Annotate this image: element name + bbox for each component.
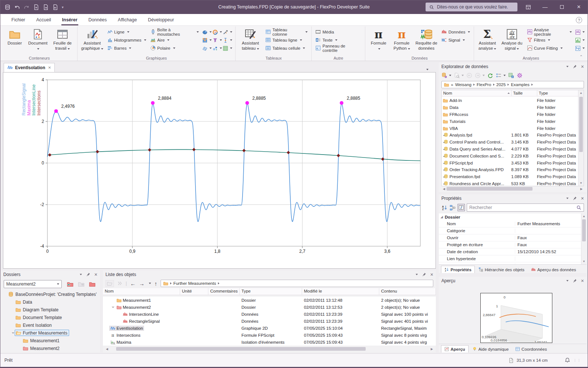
object-row-eventisolation[interactable]: EventIsolation Graphique 2D 07/05/2025 1… <box>103 325 436 332</box>
copy-to-folder-icon[interactable] <box>78 281 85 287</box>
toggle-description-button[interactable] <box>458 204 465 211</box>
doctab-eventisolation[interactable]: EventIsolation × <box>4 63 55 72</box>
explorer-file-row[interactable]: Tutorials File folder <box>442 118 578 125</box>
column-header-nom[interactable]: Nom <box>442 90 512 96</box>
tree-item-document-template[interactable]: Document Template <box>2 314 98 321</box>
preview-menu-icon[interactable] <box>566 280 569 282</box>
tab-apercu-des-donnees[interactable]: Aperçu des données <box>528 266 579 273</box>
explorer-file-row[interactable]: Data Query and Series Anal... 4.077 KB F… <box>442 146 578 153</box>
nav-history-chevron[interactable] <box>149 283 151 284</box>
col-unite[interactable]: Unité <box>180 288 208 295</box>
property-group-header[interactable]: ◢Dossier <box>439 213 581 220</box>
filtres-button[interactable]: Filtres <box>526 36 573 44</box>
tab-accueil[interactable]: Accueil <box>31 14 57 25</box>
col-modifie-le[interactable]: Modifié le <box>302 288 379 295</box>
properties-pin-icon[interactable] <box>573 196 577 201</box>
object-row-intersectionline[interactable]: IntersectionLine Données 02/02/2011 13:2… <box>103 311 436 318</box>
crumb-flexpro[interactable]: FlexPro <box>477 82 491 87</box>
save-database-icon[interactable] <box>4 4 11 10</box>
new-document-icon[interactable] <box>33 4 39 10</box>
chart-canvas[interactable]: 00,91,82,73,6420-2-4RectangleSignalMaxim… <box>3 72 436 269</box>
explorer-close-icon[interactable]: × <box>581 64 584 69</box>
col-nom[interactable]: Nom <box>103 288 180 295</box>
objects-pin-icon[interactable] <box>422 272 426 277</box>
doughnut-button[interactable] <box>212 28 222 36</box>
explorer-file-row[interactable]: FPScript.fpd 3.453 KB FlexPro Project Da… <box>442 159 578 166</box>
tableau-colonne-button[interactable]: Tableau colonne <box>264 28 309 36</box>
move-to-folder-icon[interactable] <box>67 281 74 287</box>
bubble-button[interactable] <box>212 44 222 52</box>
list-view-button[interactable] <box>496 72 506 78</box>
spectrum-box-button[interactable] <box>575 28 585 36</box>
assistant-tableau-button[interactable]: Assistant tableau <box>238 27 262 51</box>
tree-item-further-measurements[interactable]: ›Further Measurements <box>2 329 98 337</box>
new-folder-icon[interactable] <box>89 281 96 287</box>
properties-close-icon[interactable]: × <box>581 196 584 201</box>
explorer-vertical-scrollbar[interactable]: ▲ ▼ <box>578 90 584 186</box>
requete-de-donnees-button[interactable]: Requête de données <box>414 27 438 51</box>
tab-fichier[interactable]: Fichier <box>6 14 31 25</box>
ligne-button[interactable]: Ligne <box>106 28 147 36</box>
explorer-menu-icon[interactable] <box>566 66 569 67</box>
crumb-weisang[interactable]: Weisang <box>455 82 472 87</box>
aire-button[interactable]: Aire <box>149 36 200 44</box>
explorer-file-row[interactable]: Control Panels and Control... 3.145 KB F… <box>442 139 578 146</box>
feuille-de-travail-button[interactable]: Feuille de travail <box>50 27 75 51</box>
heatmap-button[interactable] <box>202 36 212 44</box>
analyse-spectrale-button[interactable]: Analyse spectrale <box>526 28 573 36</box>
dossier-button[interactable]: Dossier <box>4 27 25 46</box>
objects-horizontal-scrollbar[interactable]: ◀▶ <box>104 346 434 351</box>
tab-aide-dynamique[interactable]: Aide dynamique <box>469 346 512 353</box>
surface-3d-button[interactable] <box>202 44 212 52</box>
objects-menu-icon[interactable] <box>416 274 418 275</box>
folders-pin-icon[interactable] <box>86 272 90 277</box>
close-button[interactable]: × <box>570 0 587 14</box>
assistant-graphique-button[interactable]: Assistant graphique <box>80 27 104 51</box>
ribbon-display-options-button[interactable] <box>520 0 537 14</box>
polaire-button[interactable]: Polaire <box>149 44 200 52</box>
tornado-button[interactable] <box>212 36 222 44</box>
tab-donnees[interactable]: Données <box>83 14 112 25</box>
analyse-du-signal-button[interactable]: dydx Analyse du signal <box>500 27 524 51</box>
nav-back-button[interactable] <box>466 72 472 78</box>
signal-box-button[interactable] <box>575 44 585 52</box>
tree-item-measurement2[interactable]: Measurement2 <box>2 344 98 352</box>
document-button[interactable]: Document <box>27 27 49 51</box>
donnees-button[interactable]: Données <box>440 28 471 36</box>
explorer-file-row[interactable]: Presentation.fpd 1.089 KB FlexPro Projec… <box>442 173 578 180</box>
doctab-list-dropdown[interactable] <box>426 69 429 70</box>
signal-button[interactable]: Signal <box>440 36 471 44</box>
nav-forward-arrow[interactable]: → <box>139 280 144 287</box>
curve-fitting-button[interactable]: Curve Fitting <box>526 44 573 52</box>
export-document-icon[interactable] <box>52 4 58 10</box>
explorer-file-row[interactable]: Document Collection and S... 2.229 KB Fl… <box>442 152 578 159</box>
object-row-measurement1[interactable]: Measurement1 Dossier 02/02/2011 13:12:48… <box>103 297 436 304</box>
property-row[interactable]: Protégé en écritureFaux <box>439 241 581 248</box>
object-row-measurement2[interactable]: ›Measurement2 Dossier 02/02/2011 13:12:5… <box>103 304 436 311</box>
tab-hierarchie-des-objets[interactable]: Hiérarchie des objets <box>476 266 527 273</box>
tab-proprietes[interactable]: AZPropriétés <box>441 266 475 273</box>
column-header-taille[interactable]: Taille <box>512 90 537 96</box>
objects-close-icon[interactable]: × <box>430 272 433 277</box>
preview-pin-icon[interactable] <box>573 279 577 283</box>
properties-menu-icon[interactable] <box>566 198 569 199</box>
map-pattern-button[interactable] <box>222 44 233 52</box>
redo-icon[interactable] <box>24 4 30 10</box>
explorer-breadcrumb[interactable]: « Weisang FlexPro 2025 Examples <box>441 81 584 88</box>
tab-coordonnees[interactable]: Coordonnées <box>512 346 550 353</box>
explorer-file-row[interactable]: Order Tracking Analysis.FPD 8.397 KB Fle… <box>442 166 578 173</box>
preview-3d-thumbnail[interactable]: 012,888470,1092260,01848563,55242 <box>480 293 552 343</box>
tree-item-basedonn-esprojet-creating-templates-[interactable]: BaseDonnéesProjet: 'Creating Templates' <box>2 290 98 298</box>
tell-me-search-input[interactable]: Dites-nous ce que vous voulez faire. <box>426 3 517 11</box>
properties-search-input[interactable]: Rechercher <box>467 204 584 212</box>
explorer-file-row[interactable]: Add-In File folder <box>442 97 578 104</box>
object-row-intersections[interactable]: πIntersections Formule FPScript 07/05/20… <box>103 332 436 339</box>
texte-button[interactable]: ATexte <box>314 36 362 44</box>
explorer-file-row[interactable]: Roundness and Circle Appr... 533 KB Flex… <box>442 180 578 186</box>
formule-python-button[interactable]: π Formule Python <box>391 27 412 51</box>
col-contenu[interactable]: Contenu <box>379 288 436 295</box>
maximize-button[interactable] <box>553 0 570 14</box>
object-row-maxima[interactable]: Maxima Isolation d'événements 07/05/2025… <box>103 339 436 346</box>
property-row[interactable]: Lien hypertexte <box>439 255 581 262</box>
objects-breadcrumb[interactable]: Further Measurements <box>161 280 433 287</box>
